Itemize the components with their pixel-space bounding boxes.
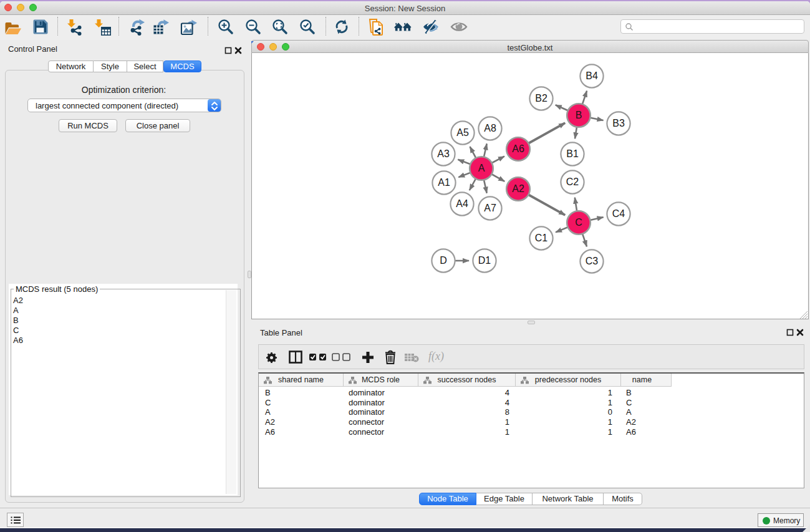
svg-text:A: A — [478, 163, 485, 173]
svg-text:A6: A6 — [512, 143, 524, 154]
svg-text:C: C — [575, 217, 582, 228]
svg-text:A7: A7 — [484, 203, 496, 213]
svg-text:B2: B2 — [535, 93, 547, 104]
svg-text:A5: A5 — [456, 127, 469, 138]
svg-text:C2: C2 — [566, 177, 579, 187]
svg-text:C3: C3 — [585, 256, 598, 266]
svg-text:C4: C4 — [612, 208, 625, 219]
svg-text:A1: A1 — [438, 177, 450, 188]
svg-text:D: D — [440, 255, 447, 266]
svg-text:B: B — [575, 110, 582, 120]
svg-text:B4: B4 — [586, 70, 598, 81]
svg-text:A2: A2 — [512, 183, 524, 194]
svg-text:B3: B3 — [612, 118, 625, 128]
svg-text:A8: A8 — [484, 123, 496, 133]
svg-text:D1: D1 — [478, 255, 491, 266]
svg-text:A4: A4 — [456, 198, 468, 209]
svg-text:B1: B1 — [566, 148, 579, 159]
svg-text:A3: A3 — [437, 148, 450, 159]
svg-text:C1: C1 — [534, 233, 547, 243]
